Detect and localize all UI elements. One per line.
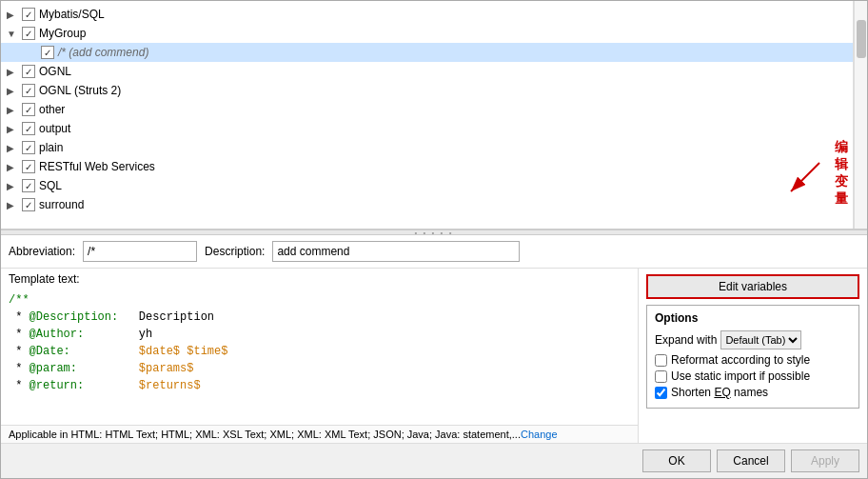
tree-item-other[interactable]: ▶ other	[1, 100, 853, 119]
template-tree[interactable]: ▶ Mybatis/SQL ▼ MyGroup /* (add commend)…	[1, 1, 854, 229]
item-label: other	[39, 103, 65, 116]
abbreviation-label: Abbreviation:	[9, 245, 75, 258]
reformat-checkbox[interactable]	[655, 354, 667, 367]
expand-icon: ▶	[7, 10, 20, 20]
buttons-row: OK Cancel Apply	[1, 443, 867, 478]
item-label: OGNL (Struts 2)	[39, 84, 121, 97]
reformat-label: Reformat according to style	[671, 353, 810, 367]
checkbox-mygroup[interactable]	[22, 27, 35, 40]
expand-icon: ▶	[7, 181, 20, 191]
template-label: Template text:	[1, 269, 638, 288]
expand-with-row: Expand with Default (Tab)TabEnterSpace	[655, 330, 851, 349]
item-label: plain	[39, 141, 63, 154]
options-title: Options	[655, 311, 851, 325]
expand-icon: ▼	[7, 29, 20, 39]
shorten-eq-option: Shorten EQ names	[655, 386, 851, 399]
checkbox-ognl[interactable]	[22, 65, 35, 78]
item-label: output	[39, 122, 70, 135]
expand-icon: ▶	[7, 86, 20, 96]
description-input[interactable]	[272, 241, 520, 262]
change-link[interactable]: Change	[521, 429, 558, 440]
code-line-1: /**	[9, 291, 630, 309]
right-panel: Edit variables Options Expand with Defau…	[639, 269, 867, 443]
item-label: RESTful Web Services	[39, 160, 155, 173]
template-code[interactable]: /** * @Description: Description * @Autho…	[1, 288, 638, 425]
code-line-4: * @Date: $date$ $time$	[9, 343, 630, 360]
edit-variables-button[interactable]: Edit variables	[646, 274, 859, 299]
tree-item-mygroup-child[interactable]: /* (add commend)	[1, 43, 853, 62]
expand-icon: ▶	[7, 143, 20, 153]
item-label: /* (add commend)	[58, 46, 148, 59]
checkbox-other[interactable]	[22, 103, 35, 116]
shorten-eq-checkbox[interactable]	[655, 387, 667, 399]
expand-icon: ▶	[7, 162, 20, 172]
checkbox-surround[interactable]	[22, 198, 35, 211]
shorten-eq-label: Shorten EQ names	[671, 386, 768, 399]
code-line-5: * @param: $params$	[9, 360, 630, 377]
expand-with-label: Expand with	[655, 333, 717, 347]
static-import-label: Use static import if possible	[671, 369, 810, 383]
checkbox-ognl-struts[interactable]	[22, 84, 35, 97]
static-import-option: Use static import if possible	[655, 369, 851, 383]
expand-icon: ▶	[7, 67, 20, 77]
expand-icon: ▶	[7, 124, 20, 134]
description-label: Description:	[205, 245, 265, 258]
abbreviation-input[interactable]	[83, 241, 197, 262]
options-box: Options Expand with Default (Tab)TabEnte…	[646, 305, 859, 409]
reformat-option: Reformat according to style	[655, 353, 851, 367]
apply-button[interactable]: Apply	[791, 449, 859, 472]
checkbox-plain[interactable]	[22, 141, 35, 154]
ok-button[interactable]: OK	[642, 449, 711, 472]
checkbox-child[interactable]	[41, 46, 54, 59]
scroll-thumb[interactable]	[857, 20, 866, 58]
tree-item-ognl-struts[interactable]: ▶ OGNL (Struts 2)	[1, 81, 853, 100]
applicable-line: Applicable in HTML: HTML Text; HTML; XML…	[1, 425, 638, 443]
item-label: Mybatis/SQL	[39, 8, 105, 21]
tree-item-output[interactable]: ▶ output	[1, 119, 853, 138]
tree-item-plain[interactable]: ▶ plain	[1, 138, 853, 157]
tree-item-ognl[interactable]: ▶ OGNL	[1, 62, 853, 81]
checkbox-mybatis[interactable]	[22, 8, 35, 21]
tree-item-mybatis[interactable]: ▶ Mybatis/SQL	[1, 5, 853, 24]
code-line-3: * @Author: yh	[9, 326, 630, 343]
tree-item-restful[interactable]: ▶ RESTful Web Services	[1, 157, 853, 176]
cancel-button[interactable]: Cancel	[717, 449, 785, 472]
item-label: OGNL	[39, 65, 71, 78]
item-label: MyGroup	[39, 27, 86, 40]
expand-with-select[interactable]: Default (Tab)TabEnterSpace	[720, 330, 801, 349]
item-label: surround	[39, 198, 84, 211]
tree-item-sql[interactable]: ▶ SQL	[1, 176, 853, 195]
abbr-desc-row: Abbreviation: Description:	[1, 235, 867, 269]
checkbox-sql[interactable]	[22, 179, 35, 192]
expand-icon: ▶	[7, 105, 20, 115]
tree-item-surround[interactable]: ▶ surround	[1, 195, 853, 214]
item-label: SQL	[39, 179, 62, 192]
expand-icon: ▶	[7, 200, 20, 210]
static-import-checkbox[interactable]	[655, 370, 667, 383]
code-line-6: * @return: $returns$	[9, 377, 630, 394]
checkbox-output[interactable]	[22, 122, 35, 135]
code-line-2: * @Description: Description	[9, 309, 630, 326]
tree-item-mygroup[interactable]: ▼ MyGroup	[1, 24, 853, 43]
scrollbar[interactable]	[854, 1, 867, 229]
checkbox-restful[interactable]	[22, 160, 35, 173]
